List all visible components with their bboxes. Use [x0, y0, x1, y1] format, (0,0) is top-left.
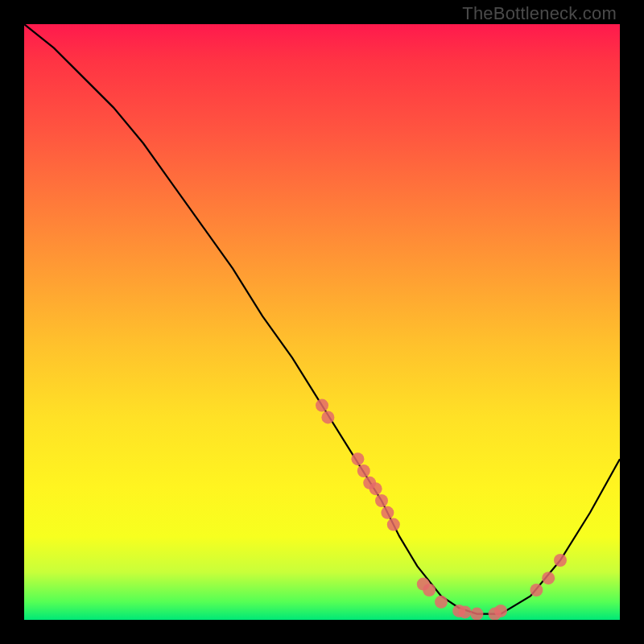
- data-marker: [470, 608, 483, 620]
- data-marker: [423, 584, 436, 597]
- data-marker: [316, 399, 328, 412]
- data-marker: [351, 452, 364, 465]
- data-marker: [494, 605, 507, 617]
- chart-svg: [24, 24, 620, 620]
- chart-plot-area: [24, 24, 620, 620]
- data-marker: [357, 464, 370, 477]
- data-marker: [459, 605, 472, 618]
- data-marker: [321, 411, 334, 423]
- data-marker: [435, 596, 448, 609]
- data-marker: [375, 494, 388, 507]
- data-marker: [369, 482, 382, 495]
- data-marker: [381, 506, 394, 519]
- data-marker: [542, 572, 555, 584]
- marker-group: [316, 399, 567, 620]
- data-marker: [530, 584, 543, 597]
- watermark-text: TheBottleneck.com: [462, 3, 617, 24]
- bottleneck-curve: [24, 24, 620, 614]
- data-marker: [554, 554, 567, 567]
- data-marker: [387, 518, 400, 531]
